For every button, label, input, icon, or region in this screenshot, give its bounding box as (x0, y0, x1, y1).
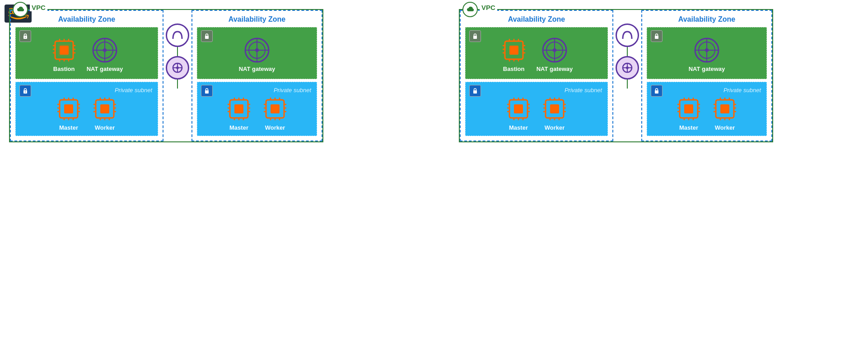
master-node-4: Master (675, 95, 702, 131)
az-label-2: Availability Zone (197, 15, 317, 23)
svg-point-53 (176, 66, 179, 69)
svg-rect-37 (64, 104, 73, 113)
public-subnet-3: Bastion NAT gateway (465, 27, 608, 79)
ec2-worker-icon-3 (541, 95, 568, 122)
lock-icon-2 (201, 30, 213, 42)
lock-icon-ps-4 (651, 85, 663, 97)
lock-icon-ps-2 (201, 85, 213, 97)
between-az-1 (163, 10, 191, 141)
svg-rect-109 (473, 90, 477, 94)
svg-point-59 (255, 48, 259, 52)
private-subnet-label-4: Private subnet (653, 87, 761, 94)
private-subnet-label-3: Private subnet (471, 87, 602, 94)
worker-node-2: Worker (261, 95, 289, 131)
nat-connector-2 (616, 56, 639, 80)
public-subnet-1: Bastion NAT gateway (15, 27, 158, 79)
bastion-node-1: Bastion (51, 37, 78, 72)
az-box-3: Availability Zone (460, 10, 613, 141)
az-label-1: Availability Zone (15, 15, 158, 23)
az-label-4: Availability Zone (647, 15, 767, 23)
svg-point-108 (553, 48, 556, 52)
svg-rect-88 (271, 104, 280, 113)
lock-icon-1 (19, 30, 31, 42)
master-label-1: Master (59, 124, 78, 131)
bastion-label-1: Bastion (53, 66, 75, 72)
private-subnet-4: Private subnet (647, 82, 767, 136)
svg-point-21 (103, 48, 107, 52)
ec2-worker-icon-4 (711, 95, 738, 122)
ec2-master-icon-3 (505, 95, 532, 122)
ec2-worker-icon-1 (91, 95, 118, 122)
svg-rect-137 (550, 104, 559, 113)
svg-point-145 (705, 48, 709, 52)
private-subnet-label-2: Private subnet (203, 87, 311, 94)
bastion-label-2: Bastion (503, 66, 525, 72)
svg-rect-146 (655, 90, 658, 94)
worker-label-4: Worker (715, 124, 735, 131)
master-node-2: Master (225, 95, 252, 131)
cluster-2: VPC Availability Zone (459, 9, 773, 142)
between-az-2 (613, 10, 641, 141)
lock-icon-4 (651, 30, 663, 42)
public-subnet-4: NAT gateway (647, 27, 767, 79)
worker-label-3: Worker (545, 124, 565, 131)
nat-node-4: NAT gateway (689, 37, 725, 72)
master-label-3: Master (509, 124, 528, 131)
vpc-label-1: VPC (30, 4, 47, 11)
nat-icon-1 (91, 37, 118, 64)
nat-label-1: NAT gateway (87, 66, 123, 72)
az-box-2: Availability Zone (191, 10, 322, 141)
master-node-3: Master (505, 95, 532, 131)
svg-point-139 (626, 66, 629, 69)
worker-node-3: Worker (541, 95, 568, 131)
nat-label-4: NAT gateway (689, 66, 725, 72)
private-subnet-label-1: Private subnet (21, 87, 152, 94)
svg-rect-174 (720, 104, 729, 113)
bastion-node-2: Bastion (500, 37, 527, 72)
worker-label-2: Worker (265, 124, 285, 131)
ec2-bastion-icon-2 (500, 37, 527, 64)
private-subnet-1: Private subnet (15, 82, 158, 136)
ec2-master-icon-2 (225, 95, 252, 122)
ec2-icon-1 (51, 37, 78, 64)
public-subnet-2: NAT gateway (197, 27, 317, 79)
master-label-4: Master (679, 124, 698, 131)
lock-icon-ps-1 (19, 85, 31, 97)
svg-rect-140 (655, 36, 658, 39)
svg-rect-16 (60, 46, 69, 55)
nat-icon-3 (541, 37, 568, 64)
private-subnet-2: Private subnet (197, 82, 317, 136)
az-label-3: Availability Zone (465, 15, 608, 23)
vpc-cloud-icon-1 (13, 2, 28, 17)
svg-rect-123 (514, 104, 523, 113)
worker-node-1: Worker (91, 95, 118, 131)
master-label-2: Master (229, 124, 248, 131)
nat-label-3: NAT gateway (537, 66, 573, 72)
vpc-label-2: VPC (480, 4, 497, 11)
lock-icon-ps-3 (469, 85, 481, 97)
nat-icon-2 (243, 37, 271, 64)
ec2-master-icon-4 (675, 95, 702, 122)
vpc-border-1: VPC Availability Zone (9, 9, 323, 142)
nat-icon-4 (693, 37, 720, 64)
ec2-master-icon-1 (55, 95, 82, 122)
nat-label-2: NAT gateway (239, 66, 275, 72)
worker-node-4: Worker (711, 95, 738, 131)
ec2-worker-icon-2 (261, 95, 289, 122)
svg-rect-54 (205, 36, 209, 39)
arch-connector-2 (616, 23, 639, 47)
svg-point-1 (25, 37, 26, 38)
svg-rect-89 (473, 36, 477, 39)
diagram-wrapper: VPC Availability Zone (0, 0, 868, 151)
nat-node-1: NAT gateway (87, 37, 123, 72)
private-subnet-3: Private subnet (465, 82, 608, 136)
vpc-cloud-icon-2 (462, 2, 478, 17)
cluster-1: VPC Availability Zone (9, 9, 323, 142)
arch-connector-1 (166, 23, 189, 47)
az-box-1: Availability Zone (10, 10, 163, 141)
nat-node-2: NAT gateway (239, 37, 275, 72)
master-node-1: Master (55, 95, 82, 131)
lock-icon-3 (469, 30, 481, 42)
svg-point-23 (25, 92, 26, 93)
nat-node-3: NAT gateway (537, 37, 573, 72)
